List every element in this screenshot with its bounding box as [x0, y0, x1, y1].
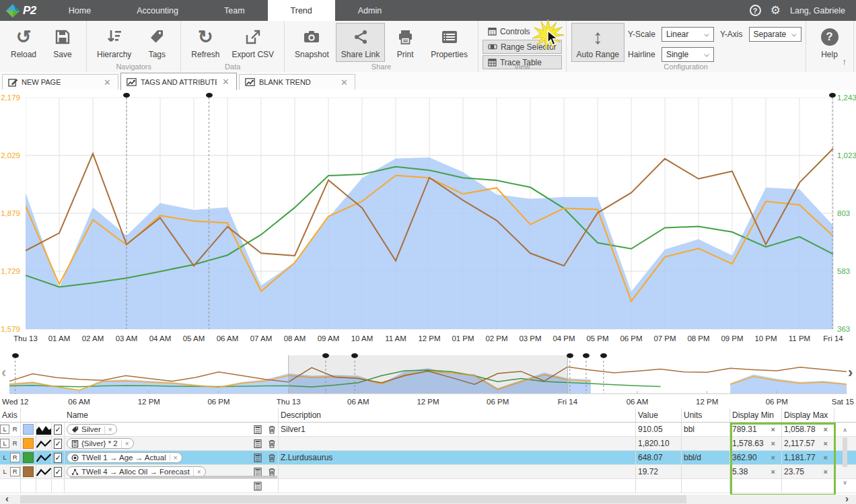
trace-color-swatch[interactable] — [23, 466, 34, 477]
scroll-up-icon[interactable]: ∧ — [840, 427, 850, 433]
trace-color-swatch[interactable] — [23, 438, 34, 449]
range-selector-toggle[interactable]: Range Selector — [483, 40, 562, 54]
collapse-ribbon-icon[interactable]: ↑ — [843, 57, 847, 67]
empty-trace-row[interactable] — [0, 479, 856, 493]
name-column-scrollbar[interactable] — [70, 476, 277, 478]
annotation-pin[interactable] — [206, 93, 213, 98]
clear-max-icon[interactable]: × — [824, 425, 832, 433]
share-link-button[interactable]: Share Link — [336, 23, 385, 62]
expression-builder-icon[interactable] — [252, 454, 263, 462]
trace-color-swatch[interactable] — [23, 452, 34, 463]
user-name[interactable]: Lang, Gabriele — [790, 6, 845, 15]
axis-left-button[interactable]: L — [0, 467, 9, 476]
controls-toggle[interactable]: Controls — [483, 24, 562, 38]
trace-visible-checkbox[interactable]: ✓ — [54, 467, 62, 477]
display-min-cell[interactable]: 789.31× — [730, 423, 782, 436]
display-max-cell[interactable]: 2,117.57× — [782, 437, 834, 450]
annotation-pin[interactable] — [829, 93, 836, 98]
axis-right-button[interactable]: R — [10, 439, 20, 448]
axis-right-button[interactable]: R — [10, 453, 20, 462]
scroll-right-icon[interactable]: › — [845, 493, 849, 504]
trace-style-line-icon[interactable] — [36, 467, 52, 477]
help-circle-icon[interactable]: ? — [750, 5, 761, 16]
menu-item-accounting[interactable]: Accounting — [114, 0, 201, 21]
display-min-cell[interactable]: 5.38× — [730, 465, 782, 478]
trace-visible-checkbox[interactable]: ✓ — [54, 425, 62, 435]
remove-trace-icon[interactable]: × — [170, 454, 178, 462]
close-icon[interactable]: ✕ — [221, 77, 231, 87]
scrollbar-thumb[interactable] — [20, 495, 686, 503]
annotation-pin[interactable] — [567, 353, 573, 358]
y-scale-dropdown[interactable]: Linear ⌵ — [662, 27, 714, 42]
save-button[interactable]: Save — [44, 23, 81, 62]
selector-pan-right-icon[interactable]: › — [848, 364, 853, 382]
axis-toggle[interactable]: LR — [0, 437, 21, 450]
trend-chart[interactable]: 2,1792,0291,8791,7291,5791,2431,02380358… — [0, 89, 856, 349]
axis-left-button[interactable]: L — [0, 425, 9, 434]
trace-row-2[interactable]: LR✓{Silver} * 2×1,820.101,578.63×2,117.5… — [0, 437, 856, 451]
trace-style-area-icon[interactable] — [36, 425, 52, 435]
delete-trace-icon[interactable] — [267, 468, 276, 476]
axis-left-button[interactable]: L — [0, 453, 9, 462]
delete-trace-icon[interactable] — [267, 454, 276, 462]
clear-min-icon[interactable]: × — [771, 454, 779, 462]
properties-button[interactable]: Properties — [425, 23, 473, 62]
delete-trace-icon[interactable] — [267, 439, 276, 448]
expression-builder-icon[interactable] — [252, 439, 263, 448]
trace-row-1[interactable]: LR✓Silver×Silver1910.05bbl789.31×1,058.7… — [0, 423, 856, 437]
axis-toggle[interactable]: LR — [0, 423, 21, 436]
remove-trace-icon[interactable]: × — [121, 440, 129, 447]
auto-range-button[interactable]: ↕ Auto Range — [571, 23, 625, 62]
menu-item-home[interactable]: Home — [46, 0, 114, 21]
display-max-cell[interactable]: 23.75× — [782, 465, 834, 478]
menu-item-trend[interactable]: Trend — [268, 0, 335, 21]
annotation-pin[interactable] — [12, 353, 19, 358]
trace-chip[interactable]: Silver× — [67, 424, 117, 435]
range-selector[interactable]: Wed 1206 AM12 PM06 PMThu 1306 AM12 PM06 … — [0, 349, 856, 409]
annotation-pin[interactable] — [583, 353, 590, 358]
trace-visible-checkbox[interactable]: ✓ — [54, 453, 62, 463]
trace-visible-checkbox[interactable]: ✓ — [54, 439, 62, 449]
annotation-pin[interactable] — [322, 353, 329, 358]
print-button[interactable]: Print — [386, 23, 424, 62]
clear-min-icon[interactable]: × — [771, 439, 779, 447]
page-tab-3[interactable]: BLANK TREND✕ — [239, 74, 355, 89]
trace-chip[interactable]: TWell 1 → Age → Actual× — [67, 452, 182, 463]
trace-style-line-icon[interactable] — [36, 439, 52, 449]
hairline-dropdown[interactable]: Single ⌵ — [662, 47, 714, 62]
remove-trace-icon[interactable]: × — [104, 426, 112, 433]
hierarchy-button[interactable]: Hierarchy — [92, 23, 137, 62]
annotation-pin[interactable] — [123, 93, 130, 98]
axis-right-button[interactable]: R — [10, 467, 20, 476]
refresh-button[interactable]: ↻ Refresh — [186, 23, 225, 62]
selector-pan-left-icon[interactable]: ‹ — [1, 364, 6, 382]
expression-builder-icon[interactable] — [252, 425, 263, 434]
trace-row-3[interactable]: LR✓TWell 1 → Age → Actual×Z.Lurdusaurus6… — [0, 451, 856, 465]
axis-toggle[interactable]: LR — [0, 465, 21, 478]
delete-trace-icon[interactable] — [267, 425, 276, 434]
tags-button[interactable]: Tags — [138, 23, 176, 62]
trace-chip[interactable]: {Silver} * 2× — [67, 438, 134, 449]
scroll-down-icon[interactable]: ∨ — [840, 479, 850, 486]
horizontal-scrollbar[interactable]: ‹ › — [0, 495, 856, 504]
clear-min-icon[interactable]: × — [771, 425, 779, 433]
close-icon[interactable]: ✕ — [339, 77, 349, 87]
scroll-left-icon[interactable]: ‹ — [5, 493, 9, 504]
gear-icon[interactable]: ⚙ — [771, 5, 781, 16]
expression-builder-icon[interactable] — [252, 482, 263, 491]
clear-min-icon[interactable]: × — [771, 468, 779, 476]
reload-button[interactable]: ↺ Reload — [5, 23, 42, 62]
y-axis-dropdown[interactable]: Separate ⌵ — [749, 27, 801, 42]
export-csv-button[interactable]: Export CSV — [226, 23, 279, 62]
clear-max-icon[interactable]: × — [824, 439, 832, 447]
table-vertical-scrollbar[interactable]: ∧∨ — [840, 425, 850, 489]
scrollbar-thumb[interactable] — [843, 437, 847, 467]
clear-max-icon[interactable]: × — [824, 468, 832, 476]
expression-builder-icon[interactable] — [252, 468, 263, 476]
display-max-cell[interactable]: 1,181.77× — [782, 451, 834, 464]
axis-right-button[interactable]: R — [10, 425, 20, 434]
page-tab-1[interactable]: NEW PAGE✕ — [2, 74, 118, 89]
display-max-cell[interactable]: 1,058.78× — [782, 423, 834, 436]
annotation-pin[interactable] — [600, 353, 607, 358]
clear-max-icon[interactable]: × — [824, 454, 832, 462]
